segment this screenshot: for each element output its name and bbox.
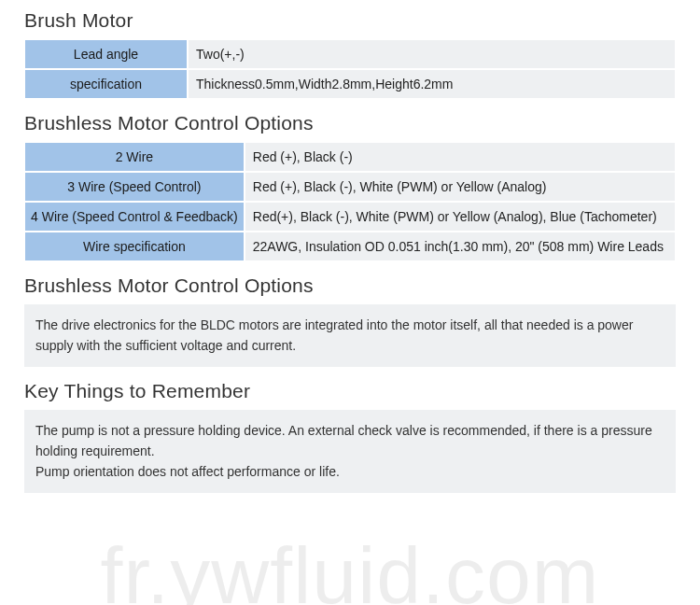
heading-key-things: Key Things to Remember — [24, 380, 676, 402]
table-row: 4 Wire (Speed Control & Feedback) Red(+)… — [24, 202, 676, 232]
infobox-key-things: The pump is not a pressure holding devic… — [24, 410, 676, 493]
cell-label: 3 Wire (Speed Control) — [24, 172, 245, 202]
key-things-line2: Pump orientation does not affect perform… — [35, 462, 665, 483]
cell-label: 4 Wire (Speed Control & Feedback) — [24, 202, 245, 232]
table-row: 2 Wire Red (+), Black (-) — [24, 142, 676, 172]
key-things-line1: The pump is not a pressure holding devic… — [35, 421, 665, 461]
cell-value: Red (+), Black (-), White (PWM) or Yello… — [245, 172, 676, 202]
watermark-text: fr.ywfluid.com — [0, 529, 700, 605]
table-brushless-options: 2 Wire Red (+), Black (-) 3 Wire (Speed … — [24, 142, 676, 261]
cell-label: Lead angle — [24, 39, 188, 69]
cell-label: Wire specification — [24, 232, 245, 261]
heading-brushless-options: Brushless Motor Control Options — [24, 112, 676, 134]
cell-value: Thickness0.5mm,Width2.8mm,Height6.2mm — [188, 69, 676, 99]
table-brush-motor: Lead angle Two(+,-) specification Thickn… — [24, 39, 676, 99]
cell-label: specification — [24, 69, 188, 99]
cell-value: Red (+), Black (-) — [245, 142, 676, 172]
table-row: Wire specification 22AWG, Insulation OD … — [24, 232, 676, 261]
cell-value: 22AWG, Insulation OD 0.051 inch(1.30 mm)… — [245, 232, 676, 261]
cell-label: 2 Wire — [24, 142, 245, 172]
cell-value: Two(+,-) — [188, 39, 676, 69]
heading-brush-motor: Brush Motor — [24, 9, 676, 32]
table-row: specification Thickness0.5mm,Width2.8mm,… — [24, 69, 676, 99]
table-row: Lead angle Two(+,-) — [24, 39, 676, 69]
infobox-bldc: The drive electronics for the BLDC motor… — [24, 304, 676, 367]
cell-value: Red(+), Black (-), White (PWM) or Yellow… — [245, 202, 676, 232]
table-row: 3 Wire (Speed Control) Red (+), Black (-… — [24, 172, 676, 202]
heading-brushless-options-text: Brushless Motor Control Options — [24, 274, 676, 297]
